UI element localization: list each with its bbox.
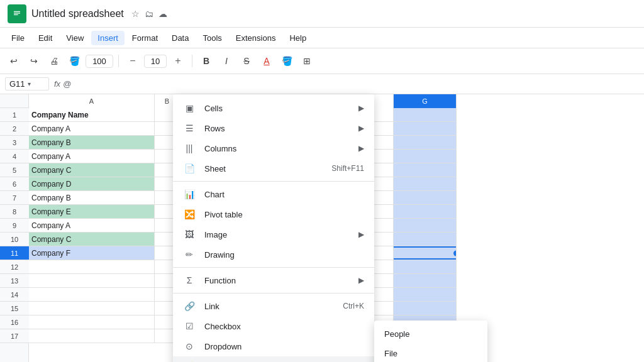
- cell-G9[interactable]: [394, 219, 457, 233]
- strikethrough-button[interactable]: S: [238, 52, 255, 70]
- insert-menu-item-link[interactable]: 🔗LinkCtrl+K: [173, 296, 374, 316]
- cell-G15[interactable]: [394, 302, 457, 315]
- pivot-icon: 🔀: [183, 208, 196, 221]
- cell-G12[interactable]: [394, 260, 457, 274]
- app-icon: [8, 4, 26, 23]
- insert-item-label: Dropdown: [204, 342, 364, 351]
- svg-rect-2: [14, 13, 20, 13]
- insert-menu-item-drawing[interactable]: ✏Drawing: [173, 244, 374, 265]
- redo-button[interactable]: ↪: [25, 52, 43, 70]
- insert-menu-item-pivot-table[interactable]: 🔀Pivot table: [173, 204, 374, 224]
- cell-A10[interactable]: Company C: [29, 233, 155, 246]
- borders-button[interactable]: ⊞: [298, 52, 316, 70]
- cell-A4[interactable]: Company A: [29, 150, 155, 163]
- cell-G2[interactable]: [394, 122, 457, 136]
- cell-A1[interactable]: Company Name: [29, 108, 155, 122]
- font-color-button[interactable]: A: [258, 52, 275, 70]
- menu-format[interactable]: Format: [126, 31, 164, 45]
- star-icon[interactable]: ☆: [131, 9, 140, 19]
- insert-menu-item-columns[interactable]: |||Columns▶: [173, 138, 374, 158]
- insert-menu-item-smart-chips[interactable]: ⚡Smart chips▶: [173, 356, 374, 362]
- at-icon[interactable]: @: [63, 79, 71, 89]
- paint-format-button[interactable]: 🪣: [65, 52, 83, 70]
- drawing-icon: ✏: [183, 248, 196, 261]
- insert-menu-item-cells[interactable]: ▣Cells▶: [173, 98, 374, 118]
- cell-G10[interactable]: [394, 233, 457, 246]
- row-num-6: 6: [0, 177, 29, 191]
- menu-insert[interactable]: Insert: [91, 31, 125, 45]
- cell-A6[interactable]: Company D: [29, 177, 155, 191]
- col-header-A[interactable]: A: [29, 94, 155, 108]
- insert-menu-item-rows[interactable]: ☰Rows▶: [173, 118, 374, 138]
- menu-edit[interactable]: Edit: [32, 31, 58, 45]
- menu-extensions[interactable]: Extensions: [230, 31, 282, 45]
- formula-input[interactable]: [76, 79, 639, 89]
- cell-A17[interactable]: [29, 329, 155, 343]
- cell-G7[interactable]: [394, 191, 457, 205]
- cell-G5[interactable]: [394, 163, 457, 177]
- cell-A16[interactable]: [29, 315, 155, 329]
- cell-A5[interactable]: Company C: [29, 163, 155, 177]
- col-header-G[interactable]: G: [394, 94, 457, 108]
- resize-handle[interactable]: [453, 250, 457, 256]
- cell-G11[interactable]: [394, 246, 457, 260]
- menu-bar: File Edit View Insert Format Data Tools …: [0, 28, 644, 48]
- menu-help[interactable]: Help: [283, 31, 313, 45]
- insert-menu-item-chart[interactable]: 📊Chart: [173, 184, 374, 204]
- submenu-arrow: ▶: [358, 124, 364, 133]
- undo-button[interactable]: ↩: [5, 52, 23, 70]
- row-num-10: 10: [0, 233, 29, 246]
- cell-G14[interactable]: [394, 288, 457, 302]
- cell-G13[interactable]: [394, 274, 457, 288]
- smart-chip-file[interactable]: File: [374, 344, 487, 362]
- smart-chip-people[interactable]: People: [374, 324, 487, 344]
- format-buttons: B I S A 🪣 ⊞: [197, 52, 316, 70]
- font-decrease-button[interactable]: −: [124, 52, 142, 70]
- cell-G3[interactable]: [394, 136, 457, 150]
- cell-A13[interactable]: [29, 274, 155, 288]
- cell-G8[interactable]: [394, 205, 457, 219]
- insert-menu-item-checkbox[interactable]: ☑Checkbox: [173, 316, 374, 336]
- submenu-arrow: ▶: [358, 276, 364, 285]
- menu-data[interactable]: Data: [165, 31, 195, 45]
- cell-A9[interactable]: Company A: [29, 219, 155, 233]
- menu-file[interactable]: File: [5, 31, 31, 45]
- row-num-9: 9: [0, 219, 29, 233]
- insert-item-label: Link: [204, 302, 343, 311]
- insert-menu-item-dropdown[interactable]: ⊙Dropdown: [173, 336, 374, 356]
- print-button[interactable]: 🖨: [45, 52, 63, 70]
- insert-menu-item-function[interactable]: ΣFunction▶: [173, 270, 374, 290]
- cell-G4[interactable]: [394, 150, 457, 163]
- cell-A15[interactable]: [29, 302, 155, 315]
- cell-reference-box[interactable]: G11 ▾: [5, 77, 49, 90]
- cell-A3[interactable]: Company B: [29, 136, 155, 150]
- insert-menu-item-image[interactable]: 🖼Image▶: [173, 224, 374, 244]
- columns-icon: |||: [183, 142, 196, 155]
- menu-tools[interactable]: Tools: [196, 31, 228, 45]
- menu-view[interactable]: View: [60, 31, 90, 45]
- spreadsheet-title: Untitled spreadsheet: [31, 8, 124, 19]
- fx-icon[interactable]: fx: [54, 79, 60, 89]
- cell-A14[interactable]: [29, 288, 155, 302]
- cell-A2[interactable]: Company A: [29, 122, 155, 136]
- cell-ref-value: G11: [9, 79, 25, 89]
- insert-item-label: Columns: [204, 144, 358, 153]
- cell-A8[interactable]: Company E: [29, 205, 155, 219]
- italic-button[interactable]: I: [218, 52, 235, 70]
- cell-G1[interactable]: [394, 108, 457, 122]
- cell-A11[interactable]: Company F: [29, 246, 155, 260]
- cloud-icon[interactable]: ☁: [158, 9, 167, 19]
- cell-ref-dropdown-icon[interactable]: ▾: [28, 80, 31, 87]
- font-size[interactable]: 10: [144, 55, 167, 68]
- cell-G6[interactable]: [394, 177, 457, 191]
- insert-menu-item-sheet[interactable]: 📄SheetShift+F11: [173, 158, 374, 178]
- font-increase-button[interactable]: +: [169, 52, 187, 70]
- cell-A7[interactable]: Company B: [29, 191, 155, 205]
- cell-A12[interactable]: [29, 260, 155, 274]
- bold-button[interactable]: B: [197, 52, 215, 70]
- row-num-7: 7: [0, 191, 29, 205]
- highlight-button[interactable]: 🪣: [278, 52, 296, 70]
- move-icon[interactable]: 🗂: [145, 9, 153, 19]
- zoom-level[interactable]: 100: [86, 55, 113, 68]
- menu-divider-4: [173, 181, 374, 182]
